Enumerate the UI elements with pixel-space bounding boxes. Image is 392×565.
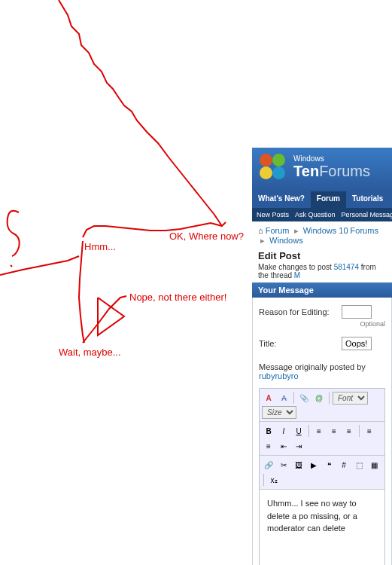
title-input[interactable] (342, 337, 372, 350)
editor-frame: A A̶ 📎 @ Font Size B I U ≡ ≡ ≡ ≡ ≡ ⇤ (259, 388, 385, 565)
code-icon[interactable]: # (337, 458, 351, 472)
annotation-nope: Nope, not there either! (129, 292, 226, 303)
section-your-message: Your Message (252, 282, 392, 298)
unlink-icon[interactable]: ✂ (277, 458, 290, 472)
message-originally-posted: Message originally posted by rubyrubyro (259, 359, 385, 383)
breadcrumb: ⌂ Forum ▸ Windows 10 Forums ▸ Windows (252, 221, 392, 250)
indent-icon[interactable]: ⇥ (292, 439, 305, 453)
editor-toolbar-3: 🔗 ✂ 🖼 ▶ ❝ # ⬚ ▦ x₂ (260, 456, 384, 490)
annotation-wait: Wait, maybe... (59, 347, 121, 358)
breadcrumb-sep-icon: ▸ (294, 226, 299, 235)
editor-toolbar-2: B I U ≡ ≡ ≡ ≡ ≡ ⇤ ⇥ (260, 422, 384, 456)
thread-link[interactable]: M (294, 271, 300, 279)
tab-whats-new[interactable]: What's New? (252, 191, 311, 208)
edit-post-header: Edit Post Make changes to post 581474 fr… (252, 250, 392, 279)
subnav-ask-question[interactable]: Ask Question (295, 211, 336, 218)
link-icon[interactable]: 🔗 (262, 458, 275, 472)
underline-icon[interactable]: U (292, 424, 305, 438)
align-center-icon[interactable]: ≡ (327, 424, 341, 438)
form-area: Reason for Editing: Optional Title: Mess… (252, 298, 392, 565)
forum-panel: Windows TenForums What's New? Forum Tuto… (252, 148, 392, 565)
logo-bar: Windows TenForums (252, 148, 392, 191)
html-icon[interactable]: ⬚ (352, 458, 366, 472)
subnav-personal-messages[interactable]: Personal Messages (342, 211, 392, 218)
video-icon[interactable]: ▶ (307, 458, 321, 472)
italic-icon[interactable]: I (277, 424, 290, 438)
font-select[interactable]: Font (333, 392, 368, 405)
mention-icon[interactable]: @ (312, 391, 326, 405)
breadcrumb-sep-icon: ▸ (260, 236, 265, 245)
home-icon[interactable]: ⌂ (258, 226, 263, 235)
table-icon[interactable]: ▦ (367, 458, 381, 472)
annotation-ok-where-now: OK, Where now? (169, 231, 244, 242)
title-label: Title: (259, 337, 342, 348)
bold-icon[interactable]: B (262, 424, 275, 438)
list-unordered-icon[interactable]: ≡ (262, 439, 275, 453)
reason-label: Reason for Editing: (259, 305, 342, 316)
annotation-scribbles (0, 0, 256, 565)
breadcrumb-win10[interactable]: Windows 10 Forums (303, 226, 378, 235)
logo-icon (260, 154, 287, 181)
nav-tabs: What's New? Forum Tutorials (252, 191, 392, 208)
subscript-icon[interactable]: x₂ (267, 473, 281, 487)
subnav-new-posts[interactable]: New Posts (257, 211, 289, 218)
tab-forum[interactable]: Forum (311, 191, 346, 208)
user-link[interactable]: rubyrubyro (259, 371, 299, 380)
breadcrumb-forum[interactable]: Forum (266, 226, 290, 235)
switch-editor-icon[interactable]: A (262, 391, 275, 405)
editor-textarea[interactable]: Uhmm... I see no way to delete a po miss… (260, 490, 384, 565)
editor-toolbar-1: A A̶ 📎 @ Font Size (260, 389, 384, 422)
tab-tutorials[interactable]: Tutorials (346, 191, 389, 208)
optional-label: Optional (342, 320, 385, 328)
breadcrumb-windows[interactable]: Windows (269, 236, 303, 245)
reason-input[interactable] (342, 305, 372, 319)
attach-icon[interactable]: 📎 (297, 391, 311, 405)
align-left-icon[interactable]: ≡ (312, 424, 326, 438)
logo-text: Windows TenForums (293, 154, 370, 180)
annotation-hmm: Hmm... (84, 241, 116, 252)
sub-nav: New Posts Ask Question Personal Messages… (252, 208, 392, 221)
post-id-link[interactable]: 581474 (334, 263, 359, 271)
outdent-icon[interactable]: ⇤ (277, 439, 290, 453)
quote-icon[interactable]: ❝ (322, 458, 336, 472)
page-title: Edit Post (258, 250, 386, 261)
size-select[interactable]: Size (262, 406, 296, 419)
image-icon[interactable]: 🖼 (292, 458, 305, 472)
remove-format-icon[interactable]: A̶ (277, 391, 290, 405)
list-ordered-icon[interactable]: ≡ (363, 424, 376, 438)
page-description: Make changes to post 581474 from the thr… (258, 263, 386, 279)
align-right-icon[interactable]: ≡ (342, 424, 356, 438)
